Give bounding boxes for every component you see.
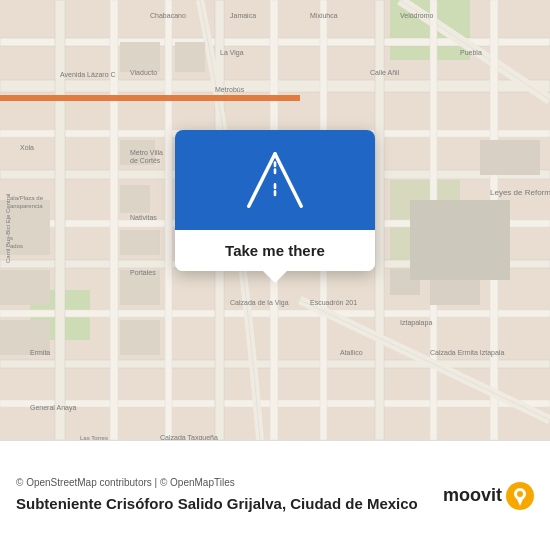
svg-text:Calzada Ermita Iztapala: Calzada Ermita Iztapala — [430, 349, 504, 357]
svg-rect-27 — [120, 42, 160, 72]
svg-text:Nativitas: Nativitas — [130, 214, 157, 221]
svg-text:Iztapalapa: Iztapalapa — [400, 319, 432, 327]
svg-text:La Viga: La Viga — [220, 49, 244, 57]
svg-rect-15 — [55, 0, 65, 440]
popup-icon-area — [175, 130, 375, 230]
svg-text:ansparencia: ansparencia — [10, 203, 43, 209]
svg-text:Las Torres: Las Torres — [80, 435, 108, 440]
svg-rect-16 — [110, 0, 118, 440]
svg-text:Metrobús: Metrobús — [215, 86, 245, 93]
svg-text:Portales: Portales — [130, 269, 156, 276]
svg-text:Escuadrón 201: Escuadrón 201 — [310, 299, 357, 306]
svg-line-73 — [249, 154, 275, 207]
svg-text:ala/Plaza de: ala/Plaza de — [10, 195, 44, 201]
svg-text:Carril Bus-Bici Eje Central: Carril Bus-Bici Eje Central — [5, 194, 11, 263]
svg-text:General Anaya: General Anaya — [30, 404, 76, 412]
svg-rect-32 — [120, 230, 160, 255]
svg-rect-17 — [165, 0, 172, 440]
map-container: Avenida Lázaro C Chabacano Jamaica Mixiu… — [0, 0, 550, 440]
svg-rect-31 — [120, 185, 150, 213]
popup-card: Take me there — [175, 130, 375, 271]
moovit-logo-text: moovit — [443, 485, 502, 506]
attribution: © OpenStreetMap contributors | © OpenMap… — [16, 477, 431, 488]
svg-text:Atallico: Atallico — [340, 349, 363, 356]
svg-text:Leyes de Reforma: Leyes de Reforma — [490, 188, 550, 197]
svg-text:Metro Villa: Metro Villa — [130, 149, 163, 156]
svg-text:Xola: Xola — [20, 144, 34, 151]
svg-line-74 — [275, 154, 301, 207]
svg-marker-78 — [517, 499, 523, 506]
svg-text:Velódromo: Velódromo — [400, 12, 434, 19]
svg-text:Mixiuhca: Mixiuhca — [310, 12, 338, 19]
svg-text:Ermita: Ermita — [30, 349, 50, 356]
svg-rect-40 — [480, 140, 540, 175]
take-me-there-button[interactable]: Take me there — [175, 230, 375, 271]
svg-text:Puebla: Puebla — [460, 49, 482, 56]
moovit-logo: moovit — [443, 482, 534, 510]
location-title: Subteniente Crisóforo Salido Grijalva, C… — [16, 494, 431, 514]
info-bar: © OpenStreetMap contributors | © OpenMap… — [0, 440, 550, 550]
svg-text:Calzada de la Viga: Calzada de la Viga — [230, 299, 289, 307]
svg-text:Viaducto: Viaducto — [130, 69, 157, 76]
svg-text:Avenida Lázaro C: Avenida Lázaro C — [60, 71, 116, 78]
svg-text:de Cortés: de Cortés — [130, 157, 161, 164]
svg-rect-21 — [375, 0, 384, 440]
svg-text:ados: ados — [10, 243, 23, 249]
svg-text:Calzada Taxqueña: Calzada Taxqueña — [160, 434, 218, 440]
info-content: © OpenStreetMap contributors | © OpenMap… — [16, 477, 431, 514]
svg-rect-41 — [410, 200, 510, 280]
svg-text:Calle Añil: Calle Añil — [370, 69, 400, 76]
svg-rect-33 — [0, 270, 50, 305]
svg-text:Chabacano: Chabacano — [150, 12, 186, 19]
moovit-logo-icon — [506, 482, 534, 510]
svg-text:Jamaica: Jamaica — [230, 12, 256, 19]
svg-rect-36 — [120, 320, 160, 355]
svg-rect-28 — [175, 42, 205, 72]
svg-rect-26 — [0, 95, 300, 101]
svg-point-79 — [517, 491, 523, 497]
